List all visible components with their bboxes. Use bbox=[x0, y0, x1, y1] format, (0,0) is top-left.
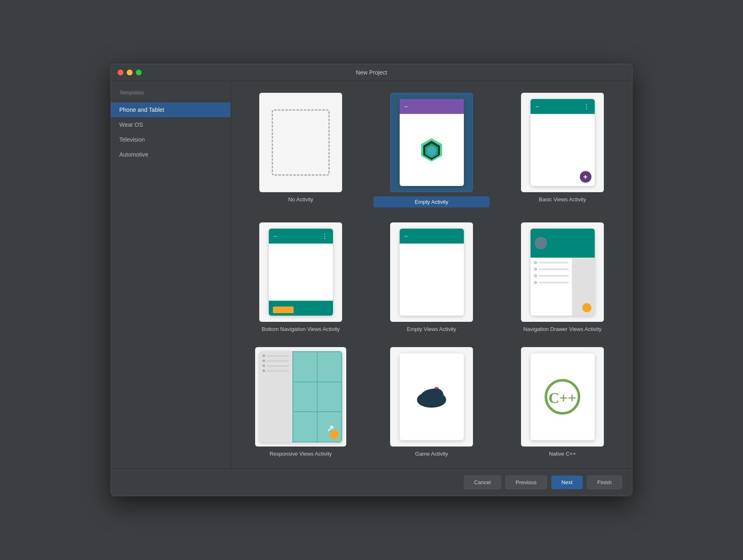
main-content: No Activity ← bbox=[231, 81, 632, 468]
empty-activity-label: Empty Activity bbox=[374, 196, 490, 208]
templates-grid: No Activity ← bbox=[239, 89, 624, 460]
resp-cell-3 bbox=[293, 382, 317, 412]
sidebar-item-phone-tablet[interactable]: Phone and Tablet bbox=[111, 102, 231, 117]
bottom-nav-tab bbox=[273, 307, 294, 313]
basic-back-arrow-icon: ← bbox=[535, 103, 540, 110]
resp-line-3 bbox=[267, 365, 289, 367]
responsive-label: Responsive Views Activity bbox=[270, 451, 332, 457]
android-logo-icon bbox=[419, 138, 444, 162]
next-button[interactable]: Next bbox=[551, 476, 583, 489]
nav-list-item-3 bbox=[534, 274, 569, 278]
cancel-button[interactable]: Cancel bbox=[464, 476, 501, 489]
dialog-footer: Cancel Previous Next Finish bbox=[111, 468, 632, 496]
resp-dot-icon-3 bbox=[263, 364, 265, 367]
empty-activity-toolbar: ← bbox=[400, 99, 464, 114]
resp-line bbox=[267, 355, 289, 357]
window-title: New Project bbox=[356, 69, 387, 76]
bottom-nav-back-arrow-icon: ← bbox=[273, 233, 279, 239]
back-arrow-icon: ← bbox=[404, 103, 410, 110]
close-button[interactable] bbox=[118, 70, 123, 75]
svg-point-17 bbox=[418, 393, 445, 406]
template-empty-views[interactable]: ← Empty Views Activity bbox=[370, 219, 493, 336]
nav-list-dot-icon-2 bbox=[534, 268, 537, 271]
nav-list-item-2 bbox=[534, 268, 569, 271]
resp-item-4 bbox=[263, 369, 289, 372]
title-bar: New Project bbox=[111, 64, 632, 81]
template-responsive[interactable]: ↗ Responsive Views Activity bbox=[239, 344, 362, 460]
basic-toolbar-dots-icon: ⋮ bbox=[583, 103, 591, 111]
template-native-cpp[interactable]: C++ Native C++ bbox=[501, 344, 624, 460]
finish-button[interactable]: Finish bbox=[587, 476, 622, 489]
responsive-phone: ↗ bbox=[259, 351, 342, 442]
template-nav-drawer[interactable]: Navigation Drawer Views Activity bbox=[501, 219, 624, 336]
responsive-list-panel bbox=[259, 351, 292, 442]
nav-list-dot-icon-3 bbox=[534, 274, 537, 278]
cpp-logo-icon: C++ bbox=[544, 378, 581, 415]
nav-list-item-1 bbox=[534, 261, 569, 264]
nav-drawer-phone bbox=[531, 229, 595, 316]
nav-list-item-4 bbox=[534, 281, 569, 284]
native-cpp-preview-container: C++ bbox=[521, 347, 604, 447]
no-activity-preview bbox=[259, 93, 342, 192]
bottom-navigation-bar bbox=[269, 301, 333, 316]
bottom-nav-body bbox=[269, 244, 333, 301]
responsive-grid-panel bbox=[292, 351, 342, 442]
sidebar-item-wear-os[interactable]: Wear OS bbox=[111, 117, 231, 132]
sidebar-item-automotive[interactable]: Automotive bbox=[111, 147, 231, 162]
responsive-preview-container: ↗ bbox=[255, 347, 346, 447]
svg-text:C++: C++ bbox=[548, 390, 576, 406]
basic-views-label: Basic Views Activity bbox=[539, 196, 586, 203]
cpp-phone: C++ bbox=[531, 353, 595, 440]
game-label: Game Activity bbox=[415, 451, 448, 457]
empty-views-toolbar: ← bbox=[400, 229, 464, 244]
sidebar-item-television[interactable]: Television bbox=[111, 132, 231, 147]
nav-drawer-list bbox=[531, 258, 572, 316]
template-game[interactable]: Game Activity bbox=[370, 344, 493, 460]
empty-activity-phone: ← bbox=[400, 99, 464, 186]
no-activity-dashed-box bbox=[272, 109, 330, 176]
traffic-lights bbox=[118, 70, 142, 75]
gamepad-icon bbox=[415, 384, 448, 409]
basic-views-phone: ← ⋮ + bbox=[531, 99, 595, 186]
template-empty-activity[interactable]: ← bbox=[370, 89, 493, 211]
basic-views-fab-icon: + bbox=[580, 171, 591, 183]
empty-activity-preview: ← bbox=[390, 93, 473, 192]
nav-list-line-2 bbox=[539, 268, 569, 270]
nav-drawer-label: Navigation Drawer Views Activity bbox=[523, 326, 601, 332]
bottom-nav-dots-icon: ⋮ bbox=[321, 232, 329, 240]
resp-item-1 bbox=[263, 355, 289, 357]
previous-button[interactable]: Previous bbox=[505, 476, 547, 489]
resp-dot-icon bbox=[263, 355, 265, 357]
no-activity-label: No Activity bbox=[288, 196, 314, 203]
template-no-activity[interactable]: No Activity bbox=[239, 89, 362, 211]
resp-line-4 bbox=[267, 370, 289, 372]
minimize-button[interactable] bbox=[127, 70, 133, 75]
resp-cell-5 bbox=[293, 412, 317, 442]
template-bottom-nav[interactable]: ← ⋮ Bottom Navigation Views Activity bbox=[239, 219, 362, 336]
bottom-nav-label: Bottom Navigation Views Activity bbox=[262, 326, 340, 332]
sidebar-title: Templates bbox=[111, 89, 231, 102]
basic-views-preview: ← ⋮ + bbox=[521, 93, 604, 192]
nav-drawer-fab-icon bbox=[582, 303, 591, 312]
template-basic-views[interactable]: ← ⋮ + Basic Views Activity bbox=[501, 89, 624, 211]
native-cpp-label: Native C++ bbox=[549, 451, 576, 457]
resp-dot-icon-2 bbox=[263, 360, 265, 362]
empty-views-back-arrow-icon: ← bbox=[404, 233, 410, 239]
empty-views-preview: ← bbox=[390, 222, 473, 322]
resp-fab-icon bbox=[330, 430, 339, 439]
game-preview-container bbox=[390, 347, 473, 447]
empty-activity-body bbox=[400, 114, 464, 186]
resp-dot-icon-4 bbox=[263, 369, 265, 372]
nav-list-dot-icon-4 bbox=[534, 281, 537, 284]
nav-drawer-avatar-icon bbox=[535, 237, 547, 249]
nav-list-dot-icon bbox=[534, 261, 537, 264]
basic-views-body: + bbox=[531, 114, 595, 186]
maximize-button[interactable] bbox=[136, 70, 142, 75]
resp-cell-2 bbox=[318, 352, 341, 381]
bottom-nav-phone: ← ⋮ bbox=[269, 229, 333, 316]
empty-views-body bbox=[400, 244, 464, 316]
empty-views-phone: ← bbox=[400, 229, 464, 316]
nav-drawer-header bbox=[531, 229, 595, 258]
bottom-nav-toolbar: ← ⋮ bbox=[269, 229, 333, 244]
resp-item-2 bbox=[263, 360, 289, 362]
